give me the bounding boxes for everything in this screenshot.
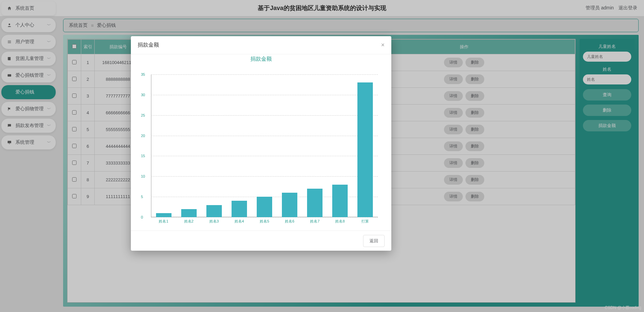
bar[interactable] [332, 185, 348, 217]
dialog-title: 捐款金额 [138, 42, 159, 49]
x-tick: 姓名4 [235, 219, 244, 224]
bar[interactable] [357, 82, 373, 217]
x-tick: 打算 [361, 219, 369, 224]
bar[interactable] [257, 197, 272, 217]
y-tick: 10 [141, 174, 145, 178]
bar[interactable] [206, 205, 222, 217]
bar[interactable] [156, 213, 171, 217]
x-tick: 姓名6 [285, 219, 294, 224]
bar[interactable] [307, 189, 323, 217]
chart-dialog: 捐款金额 × 捐款金额 05101520253035姓名1姓名2姓名3姓名4姓名… [131, 36, 391, 251]
x-tick: 姓名1 [159, 219, 168, 224]
y-tick: 20 [141, 134, 145, 138]
x-tick: 姓名8 [335, 219, 345, 224]
x-tick: 姓名5 [260, 219, 269, 224]
grid-line [151, 217, 378, 217]
bar-slot: 姓名1 [151, 74, 176, 217]
bar-slot: 姓名6 [277, 74, 302, 217]
dialog-header: 捐款金额 × [131, 36, 391, 54]
y-tick: 30 [141, 93, 145, 97]
bar-slot: 姓名3 [201, 74, 227, 217]
bars-container: 姓名1姓名2姓名3姓名4姓名5姓名6姓名7姓名8打算 [151, 74, 378, 217]
chart-title: 捐款金额 [131, 56, 391, 63]
y-tick: 0 [141, 215, 143, 219]
bar[interactable] [181, 209, 197, 217]
chart-area: 05101520253035姓名1姓名2姓名3姓名4姓名5姓名6姓名7姓名8打算 [151, 74, 378, 217]
bar[interactable] [282, 193, 297, 217]
dialog-body: 捐款金额 05101520253035姓名1姓名2姓名3姓名4姓名5姓名6姓名7… [131, 54, 391, 231]
bar-slot: 姓名7 [302, 74, 328, 217]
bar-slot: 姓名4 [227, 74, 252, 217]
back-button[interactable]: 返回 [363, 235, 385, 247]
x-tick: 姓名2 [184, 219, 194, 224]
bar[interactable] [232, 201, 247, 217]
y-tick: 15 [141, 154, 145, 158]
x-tick: 姓名3 [209, 219, 219, 224]
x-tick: 姓名7 [310, 219, 319, 224]
bar-slot: 打算 [353, 74, 378, 217]
close-icon[interactable]: × [381, 42, 385, 49]
bar-slot: 姓名8 [328, 74, 353, 217]
dialog-footer: 返回 [131, 231, 391, 251]
y-tick: 25 [141, 113, 145, 117]
watermark: CSDN @小蔡coding [605, 305, 641, 311]
bar-slot: 姓名5 [252, 74, 277, 217]
y-tick: 35 [141, 72, 145, 76]
bar-slot: 姓名2 [176, 74, 201, 217]
y-tick: 5 [141, 195, 143, 199]
